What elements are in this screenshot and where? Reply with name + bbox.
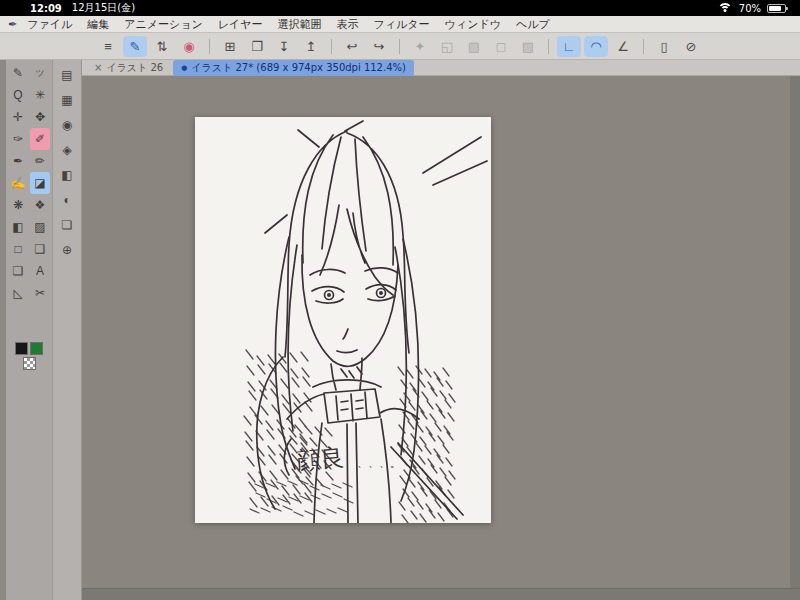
menu-item[interactable]: ファイル [27, 17, 72, 32]
marker-tool[interactable]: ✐ [30, 128, 50, 150]
sketch-hatching-bottom [250, 480, 353, 516]
menu-items: ファイル編集アニメーションレイヤー選択範囲表示フィルターウィンドウヘルプ [27, 17, 549, 32]
unsaved-dot-icon: ● [181, 64, 187, 72]
document-canvas[interactable]: 顔良 、、、。 [195, 117, 491, 523]
toolbar-divider [399, 39, 400, 54]
subtool-panel-icon[interactable]: ◈ [57, 141, 77, 159]
tool-switcher-icon[interactable]: ⇅ [150, 36, 174, 57]
color-wheel-panel-icon[interactable]: ◐ [57, 191, 77, 209]
clip-record-icon[interactable]: ◉ [177, 36, 201, 57]
sketch-body [257, 357, 463, 523]
menu-item[interactable]: ウィンドウ [445, 17, 501, 32]
share-icon[interactable]: ↥ [299, 36, 323, 57]
pan-tool[interactable]: ✥ [30, 106, 50, 128]
pen-input-icon[interactable]: ✎ [8, 62, 28, 84]
battery-icon [767, 4, 786, 13]
status-time: 12:09 [30, 3, 62, 14]
tool-panel-label[interactable]: ツ [30, 62, 50, 84]
command-bar: ≡✎⇅◉⊞❐↧↥↩↪✦◱▧◻▨∟◠∠▯⊘ [0, 33, 800, 60]
tool-grid: ✎ツQ✳✛✥✑✐✒✏✍◪❋❖◧▨□❑❏A◺✂ [7, 62, 51, 304]
menu-item[interactable]: ヘルプ [516, 17, 550, 32]
tab-illust-26[interactable]: × イラスト 26 [94, 61, 163, 75]
brush-tool[interactable]: ✍ [8, 172, 28, 194]
fill-selection-icon[interactable]: ▨ [516, 36, 540, 57]
canvas-annotation-dots: 、、、。 [357, 457, 401, 470]
menu-item[interactable]: 選択範囲 [278, 17, 322, 32]
eraser-tool[interactable]: ◪ [30, 172, 50, 194]
fill-tool[interactable]: ◧ [8, 216, 28, 238]
open-file-icon[interactable]: ❐ [245, 36, 269, 57]
sketch-hair-top [265, 121, 487, 357]
color-swatches [11, 342, 47, 370]
canvas-annotation: 顔良 [295, 443, 345, 475]
text-tool[interactable]: A [30, 260, 50, 282]
gradient-tool[interactable]: ▨ [30, 216, 50, 238]
sketch-face-features [310, 268, 398, 353]
layer-panel-icon[interactable]: ❏ [57, 216, 77, 234]
reference-icon[interactable]: ⊘ [679, 36, 703, 57]
menu-item[interactable]: フィルター [374, 17, 430, 32]
close-tab-icon[interactable]: × [94, 62, 102, 73]
move-tool[interactable]: ✛ [8, 106, 28, 128]
snap-ruler-icon[interactable]: ∟ [557, 36, 581, 57]
tab-illust-27-active[interactable]: ● イラスト 27* (689 x 974px 350dpi 112.4%) [173, 60, 414, 76]
undo-icon[interactable]: ↩ [340, 36, 364, 57]
battery-percent: 70% [739, 3, 761, 14]
balloon-tool[interactable]: ❏ [8, 260, 28, 282]
main-menu-icon[interactable]: ≡ [96, 36, 120, 57]
ruler-tool[interactable]: ◺ [8, 282, 28, 304]
menu-item[interactable]: アニメーション [124, 17, 203, 32]
menu-item[interactable]: レイヤー [218, 17, 263, 32]
document-column: × イラスト 26 ● イラスト 27* (689 x 974px 350dpi… [82, 60, 800, 600]
palette-dock: ▤▦◉◈◧◐❏⊕ [52, 60, 82, 600]
figure-tool[interactable]: □ [8, 238, 28, 260]
navigator-panel-icon[interactable]: ⊕ [57, 241, 77, 259]
status-date: 12月15日(金) [72, 1, 135, 15]
canvas-tab-bar: × イラスト 26 ● イラスト 27* (689 x 974px 350dpi… [82, 60, 800, 76]
toolbar-divider [209, 39, 210, 54]
deselect-icon[interactable]: ✦ [408, 36, 432, 57]
workspace: ✎ツQ✳✛✥✑✐✒✏✍◪❋❖◧▨□❑❏A◺✂ ▤▦◉◈◧◐❏⊕ × イラスト 2… [0, 60, 800, 600]
new-canvas-icon[interactable]: ⊞ [218, 36, 242, 57]
brush-size-panel-icon[interactable]: ◉ [57, 116, 77, 134]
edit-mode-icon[interactable]: ✎ [123, 36, 147, 57]
decoration-tool[interactable]: ❑ [30, 238, 50, 260]
menu-item[interactable]: 編集 [87, 17, 109, 32]
invert-selection-icon[interactable]: ◱ [435, 36, 459, 57]
pen-tool[interactable]: ✒ [8, 150, 28, 172]
quick-access-panel-icon[interactable]: ▤ [57, 66, 77, 84]
auto-select-tool[interactable]: ✳ [30, 84, 50, 106]
tab-label: イラスト 26 [106, 61, 163, 75]
wifi-icon [718, 3, 733, 14]
pencil-tool[interactable]: ✏ [30, 150, 50, 172]
horizontal-scrollbar[interactable] [82, 588, 800, 600]
selection-launcher-icon[interactable]: ◻ [489, 36, 513, 57]
battery-fill [769, 6, 781, 11]
canvas-area[interactable]: 顔良 、、、。 [82, 76, 800, 588]
menu-item[interactable]: 表示 [337, 17, 359, 32]
clip-studio-paint-app: 12:09 12月15日(金) 70% ✒ ファイル編集アニメーションレイヤー選… [0, 0, 800, 600]
blend-tool[interactable]: ❖ [30, 194, 50, 216]
selection-border-icon[interactable]: ▧ [462, 36, 486, 57]
material-panel-icon[interactable]: ▦ [57, 91, 77, 109]
zoom-tool[interactable]: Q [8, 84, 28, 106]
airbrush-tool[interactable]: ❋ [8, 194, 28, 216]
vertical-scrollbar[interactable] [790, 76, 800, 588]
snap-grid-icon[interactable]: ∠ [611, 36, 635, 57]
ipad-status-bar: 12:09 12月15日(金) 70% [0, 0, 800, 16]
companion-mode-icon[interactable]: ▯ [652, 36, 676, 57]
tool-palette: ✎ツQ✳✛✥✑✐✒✏✍◪❋❖◧▨□❑❏A◺✂ [6, 60, 52, 600]
main-color-swatch[interactable] [15, 342, 28, 355]
snap-special-ruler-icon[interactable]: ◠ [584, 36, 608, 57]
toolbar-divider [331, 39, 332, 54]
transparent-color-swatch[interactable] [23, 357, 36, 370]
save-icon[interactable]: ↧ [272, 36, 296, 57]
redo-icon[interactable]: ↪ [367, 36, 391, 57]
status-right-cluster: 70% [718, 3, 786, 14]
sub-color-swatch[interactable] [30, 342, 43, 355]
menu-bar: ✒ ファイル編集アニメーションレイヤー選択範囲表示フィルターウィンドウヘルプ [0, 16, 800, 33]
clip-studio-logo-icon[interactable]: ✒ [8, 18, 17, 31]
tool-property-panel-icon[interactable]: ◧ [57, 166, 77, 184]
correct-line-tool[interactable]: ✂ [30, 282, 50, 304]
eyedropper-tool[interactable]: ✑ [8, 128, 28, 150]
